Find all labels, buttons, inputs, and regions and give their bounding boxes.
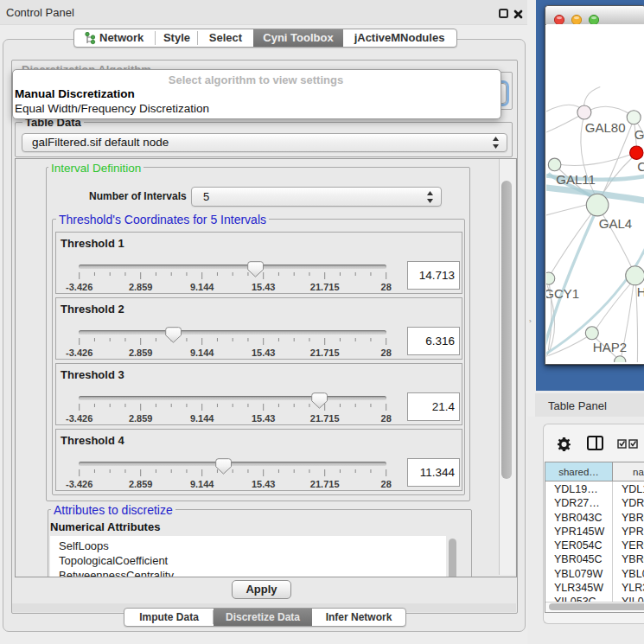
svg-text:HAP2: HAP2 bbox=[593, 340, 627, 354]
svg-text:GAL80: GAL80 bbox=[585, 120, 626, 135]
svg-text:H: H bbox=[637, 284, 644, 299]
svg-text:GA: GA bbox=[634, 127, 644, 142]
svg-text:GAL4: GAL4 bbox=[599, 216, 632, 231]
svg-text:GCY1: GCY1 bbox=[546, 286, 579, 301]
svg-text:CD: CD bbox=[637, 159, 644, 174]
svg-text:GAL11: GAL11 bbox=[556, 172, 596, 187]
